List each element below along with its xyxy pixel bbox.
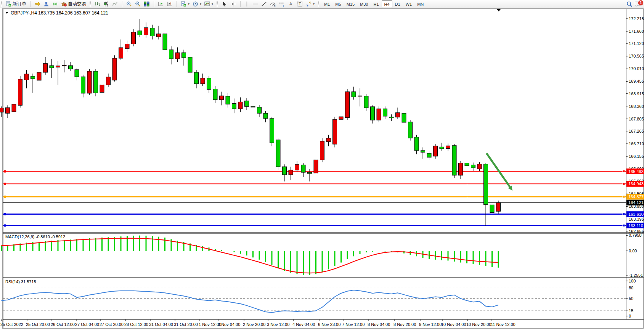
price-tick: 168.360 bbox=[629, 104, 644, 109]
price-tick: 167.805 bbox=[629, 117, 644, 121]
hline-price-label: 164.943 bbox=[628, 181, 644, 186]
time-label: 10 Nov 04:00 bbox=[441, 322, 466, 327]
hline-price-label: 164.377 bbox=[628, 194, 644, 199]
rsi-tick: 80 bbox=[629, 286, 633, 290]
price-tick: 171.120 bbox=[629, 41, 644, 46]
hline-price-label: 165.493 bbox=[628, 169, 644, 174]
time-label: 6 Nov 23:00 bbox=[318, 322, 340, 327]
time-label: 25 Oct 20:00 bbox=[26, 322, 50, 327]
time-label: 2 Nov 04:00 bbox=[218, 322, 240, 327]
time-label: 2 Nov 20:00 bbox=[243, 322, 265, 327]
mt4-application: 新订单 bbox=[0, 0, 644, 329]
macd-label: MACD(12,26,9) -0.8610 -0.5912 bbox=[5, 234, 65, 239]
hline-price-label: 163.610 bbox=[628, 212, 644, 217]
current-price-label: 164.121 bbox=[628, 200, 644, 205]
rsi-tick: 100 bbox=[629, 279, 636, 283]
time-label: 28 Oct 12:00 bbox=[124, 322, 148, 327]
time-label: 25 Oct 2022 bbox=[0, 322, 23, 327]
price-tick: 170.010 bbox=[629, 66, 644, 71]
time-label: 3 Nov 12:00 bbox=[267, 322, 289, 327]
macd-tick: 0.7958 bbox=[629, 233, 642, 238]
price-tick: 166.710 bbox=[629, 141, 644, 146]
time-label: 27 Oct 04:00 bbox=[75, 322, 99, 327]
price-tick: 171.660 bbox=[629, 29, 644, 34]
price-tick: 163.395 bbox=[629, 217, 644, 221]
rsi-tick: 15 bbox=[629, 308, 633, 313]
price-tick: 172.215 bbox=[629, 16, 644, 21]
symbol-title: GBPJPY-,H4 163.735 164.206 163.607 164.1… bbox=[11, 10, 108, 16]
price-tick: 167.265 bbox=[629, 129, 644, 133]
hline-price-label: 163.110 bbox=[628, 223, 643, 228]
rsi-label: RSI(14) 31.5715 bbox=[5, 279, 36, 284]
time-label: 4 Nov 04:00 bbox=[292, 322, 315, 327]
chart-canvas[interactable]: 172.215171.660171.120170.565170.010169.4… bbox=[0, 0, 644, 329]
time-label: 8 Nov 04:00 bbox=[368, 322, 390, 327]
rsi-tick: 50 bbox=[629, 296, 633, 301]
macd-tick: -1.2551 bbox=[629, 273, 643, 278]
time-label: 10 Nov 20:00 bbox=[466, 322, 491, 327]
price-tick: 170.565 bbox=[629, 54, 644, 58]
price-tick: 169.455 bbox=[629, 79, 644, 83]
price-tick: 166.155 bbox=[629, 154, 644, 159]
time-label: 26 Oct 12:00 bbox=[51, 322, 75, 327]
price-tick: 168.915 bbox=[629, 91, 644, 96]
time-label: 8 Nov 20:00 bbox=[393, 322, 416, 327]
time-label: 7 Nov 12:00 bbox=[342, 322, 365, 327]
time-label: 9 Nov 12:00 bbox=[419, 322, 442, 327]
time-label: 31 Oct 20:00 bbox=[174, 322, 198, 327]
time-label: 31 Oct 04:00 bbox=[149, 322, 173, 327]
chart-title: GBPJPY-,H4 163.735 164.206 163.607 164.1… bbox=[5, 10, 108, 16]
macd-tick: 0.00 bbox=[629, 249, 637, 253]
time-label: 27 Oct 20:00 bbox=[100, 322, 124, 327]
rsi-tick: 0 bbox=[629, 314, 631, 318]
time-label: 11 Nov 12:00 bbox=[491, 322, 516, 327]
